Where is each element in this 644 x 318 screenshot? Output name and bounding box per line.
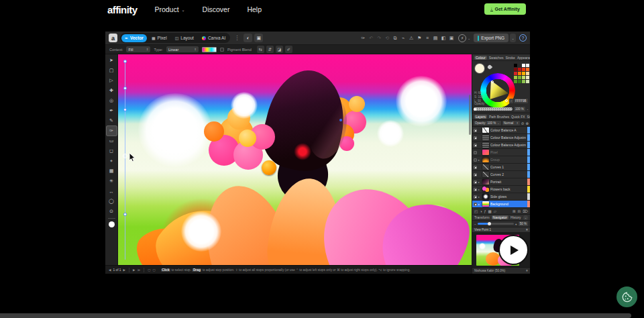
gradient-stop-4[interactable] <box>123 213 127 216</box>
zoom-value[interactable]: 50 % <box>519 221 528 226</box>
zoom-in-icon[interactable]: + <box>515 222 517 226</box>
crop-tool[interactable]: ⌖ <box>107 156 117 166</box>
colour-swatch[interactable] <box>526 68 529 71</box>
layer-visibility-checkbox[interactable] <box>474 158 477 162</box>
layer-row-background[interactable]: ▸Background <box>472 201 530 208</box>
tab-canva-ai[interactable]: Canva AI <box>199 34 229 42</box>
insert-icon[interactable]: ◧ <box>440 36 447 41</box>
page-icon[interactable]: ▢ <box>148 268 150 272</box>
canvas[interactable] <box>118 54 472 265</box>
colour-swatch[interactable] <box>526 64 529 67</box>
new-group-icon[interactable]: ⊟ <box>518 209 521 213</box>
tab-pixel[interactable]: ▦Pixel <box>148 34 170 42</box>
layer-visibility-checkbox[interactable] <box>474 173 477 176</box>
page-icon[interactable]: ▢ <box>152 268 155 272</box>
colour-swatch[interactable] <box>526 76 529 79</box>
layer-expand-icon[interactable]: ▸ <box>478 158 481 162</box>
assistant-dropdown-icon[interactable]: ⌄ <box>468 36 470 40</box>
snapping-icon[interactable]: ⌁ <box>400 36 407 41</box>
artboard-tool[interactable]: ▢ <box>107 66 117 75</box>
colour-picker-icon[interactable]: ✑ <box>360 36 366 41</box>
layer-row-pixel[interactable]: Pixel <box>472 149 530 156</box>
chevron-down-icon[interactable]: ⌄ <box>527 107 529 111</box>
gradient-type-select[interactable]: Linear ⇕ <box>166 46 199 52</box>
triangle-handle[interactable] <box>491 81 494 83</box>
tab-layout[interactable]: ◫Layout <box>172 34 197 42</box>
point-transform-tool[interactable]: ✚ <box>107 86 117 95</box>
alignment-icon[interactable]: ▤ <box>432 36 439 41</box>
colour-swatch[interactable] <box>514 64 517 67</box>
layer-opacity-select[interactable]: Opacity: 100 % ⌄ <box>474 121 501 125</box>
prev-artboard-icon[interactable]: ◀ <box>109 268 111 272</box>
colour-swatch[interactable] <box>518 76 521 79</box>
frame-button[interactable]: ▣ <box>254 34 263 42</box>
active-colour-well[interactable] <box>109 221 115 227</box>
panel-chevron-icon[interactable]: ⌄ <box>523 215 528 220</box>
assistant-icon[interactable]: ⚡ <box>458 34 466 42</box>
arrange-icon[interactable]: ≡ <box>424 36 431 40</box>
colour-swatch[interactable] <box>522 68 525 71</box>
gradient-stop-2[interactable] <box>123 108 127 111</box>
colour-swatch[interactable] <box>526 80 529 83</box>
affinity-logo[interactable]: affinity <box>107 4 137 15</box>
zoom-out-icon[interactable]: − <box>474 222 476 226</box>
mask-icon[interactable]: ◰ <box>474 209 478 213</box>
view-point-row[interactable]: View Point 1 ≡ <box>472 227 530 233</box>
canvas-scrollbar[interactable] <box>469 95 471 135</box>
layer-row-curves-1[interactable]: Curves 1 <box>472 164 530 171</box>
opacity-handle[interactable] <box>474 108 476 111</box>
layer-expand-icon[interactable]: ▸ <box>478 195 481 199</box>
tab-vector[interactable]: ✒Vector <box>121 34 147 42</box>
layer-expand-icon[interactable]: ▸ <box>478 180 481 184</box>
rotate-gradient-icon[interactable]: ⇵ <box>266 46 274 53</box>
adjustment-icon[interactable]: ◑ <box>480 209 482 213</box>
tab-appearance[interactable]: Appearance <box>517 56 530 60</box>
layer-visibility-checkbox[interactable] <box>474 144 477 147</box>
opacity-slider[interactable] <box>474 107 513 111</box>
undo-icon[interactable]: ↶ <box>368 36 374 41</box>
menu-icon[interactable]: ≡ <box>526 228 528 231</box>
ellipse-tool[interactable]: ◯ <box>107 197 117 206</box>
zoom-tool[interactable]: ⊙ <box>107 207 117 216</box>
colour-swatch[interactable] <box>518 72 521 75</box>
opacity-value[interactable]: 100 % <box>514 107 525 111</box>
next-artboard-icon[interactable]: ▶ <box>123 268 125 272</box>
delete-layer-icon[interactable]: ⌦ <box>523 209 528 213</box>
colour-swatch[interactable] <box>514 68 517 71</box>
place-content-button[interactable]: ◐ <box>244 34 252 42</box>
tab-path-brushes[interactable]: Path Brushes <box>489 115 509 119</box>
colour-swatch[interactable] <box>518 64 521 67</box>
node-tool[interactable]: ▷ <box>107 76 117 85</box>
colour-swatch[interactable] <box>518 68 521 71</box>
vector-layer-icon[interactable]: ▱ <box>494 209 496 213</box>
active-colour-swatch[interactable] <box>475 64 484 73</box>
eyedropper-icon[interactable]: ✐ <box>285 46 292 53</box>
corner-tool[interactable]: ✳ <box>107 176 117 186</box>
tab-colour[interactable]: Colour <box>474 56 487 60</box>
layer-visibility-checkbox[interactable] <box>474 195 477 199</box>
menu-icon[interactable]: ≡ <box>526 269 528 272</box>
hue-handle[interactable] <box>505 99 508 102</box>
layer-row-colour-balance-adjustm[interactable]: Colour Balance Adjustm <box>472 134 530 142</box>
colour-swatch[interactable] <box>514 80 517 83</box>
play-button[interactable] <box>498 235 529 265</box>
pigment-blend-checkbox[interactable] <box>220 48 224 52</box>
gradient-stop-1[interactable] <box>123 87 127 90</box>
layer-visibility-checkbox[interactable] <box>474 129 477 132</box>
zoom-slider[interactable] <box>478 223 514 225</box>
colour-swatch[interactable] <box>522 72 525 75</box>
gradient-preview-swatch[interactable] <box>202 47 217 52</box>
shape-tool[interactable]: ◻ <box>107 146 117 156</box>
layer-visibility-checkbox[interactable] <box>474 136 477 140</box>
tab-history[interactable]: History <box>511 215 521 219</box>
preview-icon[interactable]: ▣ <box>448 36 455 41</box>
tab-swatches[interactable]: Swatches <box>489 56 504 60</box>
layer-expand-icon[interactable]: ▸ <box>478 188 481 191</box>
colour-swatch[interactable] <box>522 64 525 67</box>
redo-icon[interactable]: ↷ <box>376 36 382 41</box>
colour-swatch[interactable] <box>514 76 517 79</box>
matte-icon[interactable]: ◪ <box>276 46 283 53</box>
pencil-tool[interactable]: ✎ <box>107 116 117 125</box>
blend-mode-select[interactable]: Normal ⇕ <box>502 121 520 125</box>
eyedropper-icon[interactable] <box>487 64 492 70</box>
